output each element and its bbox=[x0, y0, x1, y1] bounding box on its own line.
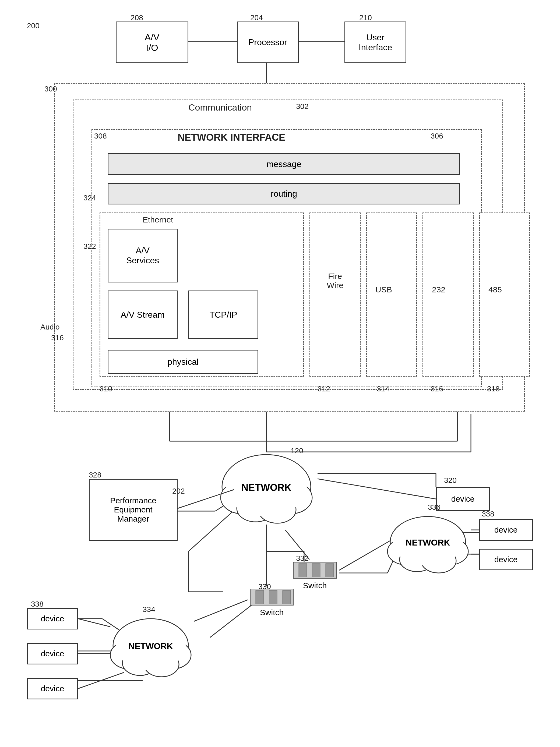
ref-120: 120 bbox=[290, 446, 303, 455]
device-338e-label: device bbox=[41, 684, 64, 693]
switch-330-label: Switch bbox=[260, 608, 284, 617]
ref-310: 310 bbox=[100, 385, 112, 393]
c485-label: 485 bbox=[488, 285, 502, 294]
ref-328: 328 bbox=[89, 471, 101, 479]
tcp-ip-box: TCP/IP bbox=[188, 290, 258, 339]
ref-202: 202 bbox=[172, 487, 185, 495]
av-stream-label: A/V Stream bbox=[121, 310, 165, 320]
c232-box bbox=[423, 212, 474, 377]
ref-312: 312 bbox=[317, 385, 330, 393]
message-bar: message bbox=[108, 153, 460, 175]
diagram: 200 A/VI/O 208 Processor 204 UserInterfa… bbox=[0, 0, 560, 747]
device-338a-box: device bbox=[479, 519, 533, 541]
ref-200: 200 bbox=[27, 22, 40, 30]
av-io-label: A/VI/O bbox=[145, 32, 159, 53]
switch-332: Switch bbox=[290, 560, 339, 590]
ref-302: 302 bbox=[296, 102, 309, 111]
user-interface-box: UserInterface bbox=[345, 22, 406, 63]
network-334-cloud: NETWORK bbox=[108, 611, 194, 680]
c232-label: 232 bbox=[432, 285, 446, 294]
network-120-cloud: NETWORK bbox=[215, 444, 317, 530]
tcp-ip-label: TCP/IP bbox=[209, 310, 237, 320]
svg-line-59 bbox=[78, 619, 110, 627]
device-320-box: device bbox=[436, 487, 490, 511]
svg-rect-39 bbox=[312, 564, 320, 577]
ref-210: 210 bbox=[359, 14, 372, 22]
ref-306: 306 bbox=[431, 132, 443, 140]
device-338e-box: device bbox=[27, 678, 78, 699]
ref-314: 314 bbox=[377, 385, 389, 393]
network-336-cloud: NETWORK bbox=[385, 508, 471, 576]
svg-rect-57 bbox=[269, 590, 277, 604]
perf-manager-box: PerformanceEquipmentManager bbox=[89, 479, 178, 541]
ref-322: 322 bbox=[83, 242, 96, 251]
switch-330-graphic bbox=[248, 586, 296, 608]
av-services-label: A/VServices bbox=[126, 246, 159, 265]
device-338b-label: device bbox=[494, 555, 518, 564]
ref-336: 336 bbox=[428, 503, 440, 512]
ref-330: 330 bbox=[258, 583, 271, 591]
ref-318: 318 bbox=[487, 385, 500, 393]
firewire-box bbox=[309, 212, 361, 377]
ref-208: 208 bbox=[130, 14, 143, 22]
svg-text:NETWORK: NETWORK bbox=[406, 538, 450, 547]
message-label: message bbox=[266, 159, 301, 169]
svg-rect-40 bbox=[326, 564, 334, 577]
c485-box bbox=[479, 212, 530, 377]
audio-label: Audio bbox=[41, 323, 60, 331]
device-338a-label: device bbox=[494, 525, 518, 535]
device-320-label: device bbox=[451, 494, 475, 504]
device-338d-box: device bbox=[27, 643, 78, 664]
av-io-box: A/VI/O bbox=[116, 22, 188, 63]
device-338c-label: device bbox=[41, 614, 64, 623]
ref-338b: 338 bbox=[31, 600, 44, 609]
svg-rect-58 bbox=[283, 590, 290, 604]
ref-334: 334 bbox=[143, 605, 155, 614]
ref-338a: 338 bbox=[482, 510, 494, 518]
svg-text:NETWORK: NETWORK bbox=[241, 482, 291, 493]
perf-manager-label: PerformanceEquipmentManager bbox=[110, 496, 156, 523]
ref-324: 324 bbox=[83, 194, 96, 202]
routing-label: routing bbox=[271, 189, 297, 199]
ethernet-label: Ethernet bbox=[143, 215, 173, 224]
device-338b-box: device bbox=[479, 549, 533, 570]
switch-330: Switch bbox=[248, 586, 296, 617]
usb-box bbox=[366, 212, 417, 377]
switch-332-graphic bbox=[290, 560, 339, 581]
ref-204: 204 bbox=[250, 14, 263, 22]
network-interface-label: NETWORK INTERFACE bbox=[178, 132, 285, 143]
svg-line-64 bbox=[339, 541, 390, 570]
svg-line-68 bbox=[194, 600, 248, 621]
svg-rect-56 bbox=[256, 590, 264, 604]
svg-line-69 bbox=[317, 479, 436, 499]
svg-text:NETWORK: NETWORK bbox=[128, 641, 173, 651]
usb-label: USB bbox=[375, 285, 392, 294]
svg-rect-38 bbox=[299, 564, 307, 577]
ref-320: 320 bbox=[444, 476, 457, 485]
ref-316b: 316 bbox=[51, 334, 64, 342]
ref-316a: 316 bbox=[431, 385, 443, 393]
ref-308: 308 bbox=[94, 132, 107, 140]
communication-label: Communication bbox=[188, 102, 252, 113]
processor-box: Processor bbox=[237, 22, 299, 63]
processor-label: Processor bbox=[248, 37, 287, 47]
physical-box: physical bbox=[108, 350, 258, 374]
ref-332: 332 bbox=[296, 554, 309, 563]
av-stream-box: A/V Stream bbox=[108, 290, 178, 339]
device-338d-label: device bbox=[41, 649, 64, 658]
switch-332-label: Switch bbox=[303, 581, 327, 590]
physical-label: physical bbox=[168, 357, 199, 367]
av-services-box: A/VServices bbox=[108, 229, 178, 282]
ref-300: 300 bbox=[44, 85, 57, 93]
device-338c-box: device bbox=[27, 608, 78, 629]
firewire-label: FireWire bbox=[315, 272, 355, 290]
routing-bar: routing bbox=[108, 183, 460, 204]
user-interface-label: UserInterface bbox=[359, 32, 392, 52]
